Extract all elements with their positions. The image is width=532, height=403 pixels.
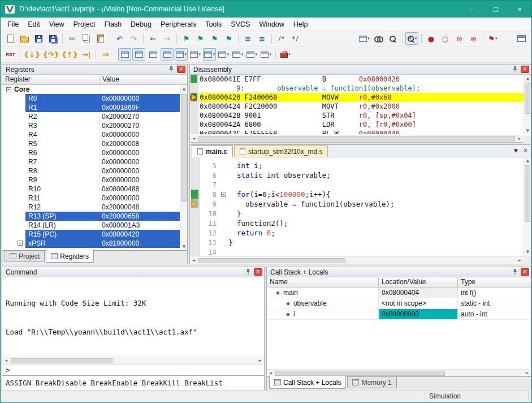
scroll-down-icon[interactable]: ▼ [524,248,531,256]
code-line[interactable]: 6 static int observable; [190,170,531,180]
disassembly-line[interactable]: 0x0800042A 6800 LDR r0, [r0,#0x00] [200,120,524,129]
cut-button[interactable]: ✂ [66,32,79,45]
scroll-up-icon[interactable]: ▲ [524,75,531,82]
register-row[interactable]: R50x20000008 [2,139,187,148]
menu-tools[interactable]: Tools [201,18,226,31]
scrollbar-thumb[interactable] [11,358,113,363]
location-column-label[interactable]: Location/Value [379,277,458,287]
open-file-button[interactable] [18,32,31,45]
code-editor[interactable]: 5 int i; 6 static int observable; 7 8− f… [190,157,531,256]
code-line[interactable]: 9 observable = function1(observable); [190,199,531,209]
callstack-row[interactable]: ◆main 0x08000404 int f() [267,288,531,298]
pin-icon[interactable] [167,66,175,74]
analysis-window-button[interactable]: ▾ [231,48,244,61]
undo-button[interactable]: ↶ [113,32,126,45]
code-line[interactable]: 5 int i; [190,161,531,170]
redo-button[interactable]: ↷ [127,32,140,45]
register-row[interactable]: R110x00000000 [2,194,187,203]
comment-selection-button[interactable]: /* [275,32,288,45]
menu-project[interactable]: Project [69,18,100,31]
register-row[interactable]: R30x20000270 [2,121,187,130]
scroll-left-icon[interactable]: ◄ [190,257,197,264]
toolbox-button[interactable]: ▾ [279,48,292,61]
menu-file[interactable]: File [3,18,23,31]
kill-all-breakpoints-button[interactable]: ⊗ [467,32,480,45]
scroll-down-icon[interactable]: ▼ [180,243,187,250]
command-keyword-list[interactable]: ASSIGN BreakDisable BreakEnable BreakKil… [2,375,264,390]
editor-margin[interactable] [190,157,200,256]
register-row[interactable]: R80x00000000 [2,166,187,175]
registers-close-button[interactable]: × [177,66,185,73]
step-button[interactable]: {↓} [23,48,41,61]
tab-registers[interactable]: Registers [46,250,94,263]
find-in-files-button[interactable] [372,32,385,45]
menu-debug[interactable]: Debug [126,18,156,31]
callstack-row[interactable]: ◆observable <not in scope> static - int [267,298,531,309]
disassembly-window-button[interactable] [132,48,145,61]
menu-window[interactable]: Window [254,18,288,31]
code-line[interactable]: 7 [190,180,531,190]
scroll-right-icon[interactable]: ► [257,357,264,365]
pin-icon[interactable] [511,66,519,74]
scroll-left-icon[interactable]: ◄ [190,135,197,143]
watch-window-button[interactable]: ▾ [189,48,202,61]
uncomment-selection-button[interactable]: */ [289,32,302,45]
previous-bookmark-button[interactable]: ⚑ [194,32,207,45]
tab-startup-s[interactable]: startup_stm32f10x_md.s [234,145,328,157]
close-document-icon[interactable]: × [524,147,527,155]
new-file-button[interactable] [4,32,17,45]
callstack-hscrollbar[interactable]: ◄ ► [267,369,531,376]
scroll-right-icon[interactable]: ► [516,257,524,264]
disassembly-line[interactable]: 0x0800042C F7FFFFE8 BL.W 0x08000440 [200,129,524,134]
command-hscrollbar[interactable]: ◄ ► [2,357,264,364]
name-column-label[interactable]: Name [267,277,379,287]
trace-window-button[interactable]: ▾ [245,48,258,61]
next-bookmark-button[interactable]: ⚑ [208,32,221,45]
pin-icon[interactable] [511,268,519,276]
step-out-button[interactable]: {↑} [61,48,79,61]
scrollbar-thumb[interactable] [198,136,515,142]
tab-project[interactable]: Project [5,251,45,262]
maximize-button[interactable]: □ [484,1,508,18]
debug-session-button[interactable]: ▾ [405,32,418,45]
memory-window-button[interactable]: ▾ [203,48,216,61]
command-input-line[interactable]: > [2,364,264,375]
insert-breakpoint-button[interactable]: ● [425,32,438,45]
code-line[interactable]: 11 function2(); [190,218,531,228]
scrollbar-thumb[interactable] [525,165,530,222]
reset-button[interactable]: RST [4,48,17,61]
register-row[interactable]: R20x20000270 [2,112,187,121]
scroll-left-icon[interactable]: ◄ [2,357,10,365]
menu-peripherals[interactable]: Peripherals [156,18,201,31]
registers-window-button[interactable] [161,48,174,61]
command-close-button[interactable]: × [254,268,262,276]
find-button[interactable] [386,32,399,45]
menu-view[interactable]: View [45,18,69,31]
unindent-button[interactable]: ≡ [241,32,254,45]
scrollbar-thumb[interactable] [275,371,445,376]
register-column-label[interactable]: Register [2,75,100,84]
menu-flash[interactable]: Flash [100,18,126,31]
command-window-button[interactable] [118,48,131,61]
system-viewer-button[interactable]: ▾ [259,48,273,61]
type-column-label[interactable]: Type [458,277,531,287]
disassembly-current-line[interactable]: 0x08000420 F2400068 MOVW r0,#0x68 [200,93,524,102]
enable-disable-breakpoint-button[interactable]: ○ [439,32,452,45]
tab-main-c[interactable]: main.c [192,145,233,157]
scroll-up-icon[interactable]: ▲ [524,157,531,165]
register-row[interactable]: R15 (PC)0x08000420 [2,230,187,239]
register-row[interactable]: R00x00000000 [2,94,187,103]
register-row[interactable]: +xPSR0x81000000 [2,239,187,248]
disassembly-line[interactable]: 0x08000424 F2C20000 MOVT r0,#0x2000 [200,102,524,111]
command-output[interactable]: Running with Code Size Limit: 32K Load "… [2,277,264,357]
code-line[interactable]: 8− for(i=0;i<100000;i++){ [190,190,531,199]
register-row[interactable]: R120x20000048 [2,203,187,212]
serial-window-button[interactable]: ▾ [217,48,230,61]
register-row[interactable]: R13 (SP)0x20000658 [2,212,187,221]
register-row[interactable]: R14 (LR)0x080001A3 [2,221,187,230]
scrollbar-thumb[interactable] [181,94,187,202]
show-next-statement-button[interactable]: ⇒ [99,48,112,61]
symbol-window-button[interactable] [146,48,159,61]
code-line[interactable]: 14 [190,247,531,256]
navigate-back-button[interactable]: ← [146,32,159,45]
